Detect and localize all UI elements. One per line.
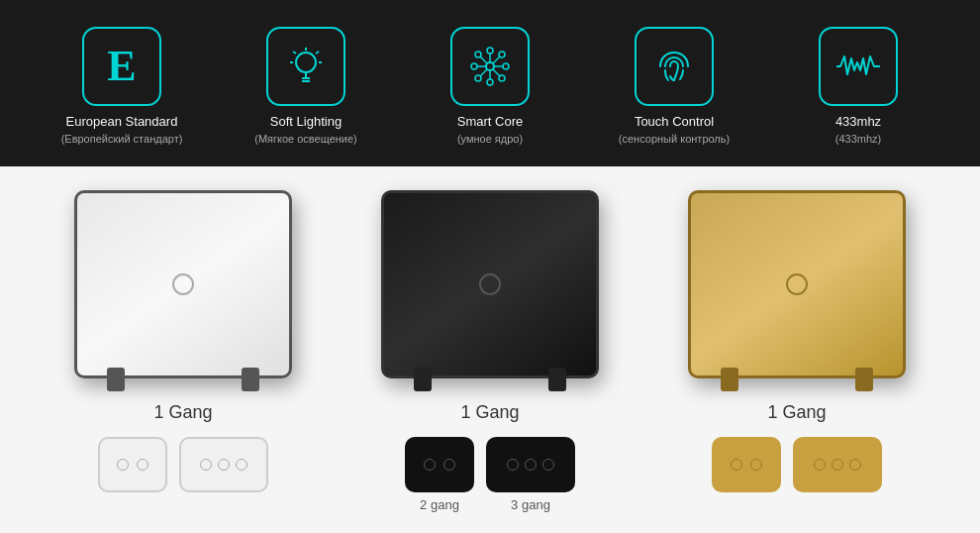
feature-soft-lighting: Soft Lighting (Мягкое освещение) bbox=[217, 27, 395, 145]
gold-3gang-box[interactable] bbox=[793, 437, 882, 492]
feature-433mhz-label: 433mhz bbox=[835, 114, 881, 129]
white-product-label: 1 Gang bbox=[153, 402, 212, 423]
soft-lighting-icon-box bbox=[266, 27, 345, 106]
gold-3gang-dot2 bbox=[832, 459, 843, 471]
product-black: 1 Gang 2 gang 3 gang bbox=[346, 190, 634, 512]
black-switch-image[interactable] bbox=[381, 190, 599, 378]
svg-line-6 bbox=[316, 52, 319, 53]
svg-point-11 bbox=[487, 79, 493, 85]
white-3gang-dot2 bbox=[218, 459, 230, 471]
feature-touch-control-label: Touch Control bbox=[635, 114, 714, 129]
feature-smart-core-label: Smart Core bbox=[457, 114, 523, 129]
svg-line-24 bbox=[480, 69, 487, 76]
product-white: 1 Gang bbox=[40, 190, 327, 492]
black-product-label: 1 Gang bbox=[460, 402, 519, 423]
feature-soft-lighting-label: Soft Lighting bbox=[270, 114, 342, 129]
black-3gang-box[interactable] bbox=[486, 437, 575, 492]
feature-european-standard: E European Standard (Европейский стандар… bbox=[33, 27, 211, 145]
product-gold: 1 Gang bbox=[653, 190, 940, 492]
feature-european-standard-label: European Standard bbox=[66, 114, 178, 129]
black-2gang-dot2 bbox=[443, 459, 455, 471]
black-switch-dot bbox=[479, 273, 501, 295]
white-2gang-dot2 bbox=[137, 459, 148, 471]
feature-soft-lighting-sublabel: (Мягкое освещение) bbox=[254, 133, 357, 145]
gold-3gang-dot1 bbox=[814, 459, 826, 471]
gold-2gang-dot1 bbox=[731, 459, 742, 471]
black-2gang-dot1 bbox=[424, 459, 436, 471]
gold-2gang-box[interactable] bbox=[712, 437, 781, 492]
433mhz-icon-box bbox=[819, 27, 898, 106]
white-2gang-box[interactable] bbox=[98, 437, 167, 492]
white-switch-image[interactable] bbox=[74, 190, 292, 378]
gold-2gang-dot2 bbox=[750, 459, 762, 471]
black-3gang-dot3 bbox=[542, 459, 554, 471]
white-3gang-dot1 bbox=[200, 459, 212, 471]
gold-3gang-dot3 bbox=[849, 459, 861, 471]
feature-433mhz: 433mhz (433mhz) bbox=[769, 27, 947, 145]
black-2gang-box[interactable] bbox=[405, 437, 474, 492]
gold-switch-image[interactable] bbox=[688, 190, 906, 378]
feature-smart-core: Smart Core (умное ядро) bbox=[401, 27, 579, 145]
gold-switch-dot bbox=[786, 273, 808, 295]
white-2gang-dot1 bbox=[117, 459, 129, 471]
white-variant-row bbox=[98, 437, 268, 492]
feature-smart-core-sublabel: (умное ядро) bbox=[457, 133, 523, 145]
svg-point-10 bbox=[487, 48, 493, 53]
svg-line-5 bbox=[293, 52, 296, 53]
white-switch-dot bbox=[172, 273, 194, 295]
feature-433mhz-sublabel: (433mhz) bbox=[835, 133, 881, 145]
gold-product-label: 1 Gang bbox=[767, 402, 826, 423]
wave-icon bbox=[834, 43, 882, 90]
features-bar: E European Standard (Европейский стандар… bbox=[0, 0, 980, 166]
products-section: 1 Gang 1 Gang bbox=[0, 166, 980, 533]
black-2gang-label: 2 gang bbox=[420, 497, 459, 512]
gold-3gang-variant[interactable] bbox=[793, 437, 882, 492]
svg-point-0 bbox=[296, 53, 316, 72]
gold-variant-row bbox=[712, 437, 882, 492]
gold-2gang-variant[interactable] bbox=[712, 437, 781, 492]
svg-line-25 bbox=[493, 69, 500, 76]
white-2gang-variant[interactable] bbox=[98, 437, 167, 492]
black-3gang-dot2 bbox=[525, 459, 537, 471]
white-3gang-variant[interactable] bbox=[179, 437, 268, 492]
white-3gang-box[interactable] bbox=[179, 437, 268, 492]
black-3gang-label: 3 gang bbox=[511, 497, 550, 512]
bulb-icon bbox=[282, 43, 330, 90]
svg-point-13 bbox=[503, 63, 509, 69]
black-2gang-variant[interactable]: 2 gang bbox=[405, 437, 474, 512]
black-3gang-dot1 bbox=[507, 459, 519, 471]
touch-control-icon-box bbox=[635, 27, 714, 106]
european-standard-icon-box: E bbox=[82, 27, 161, 106]
white-3gang-dot3 bbox=[236, 459, 247, 471]
black-variant-row: 2 gang 3 gang bbox=[405, 437, 575, 512]
network-icon bbox=[466, 43, 514, 90]
svg-line-22 bbox=[480, 56, 487, 63]
svg-line-23 bbox=[493, 56, 500, 63]
svg-point-12 bbox=[471, 63, 477, 69]
svg-point-9 bbox=[486, 62, 494, 70]
black-3gang-variant[interactable]: 3 gang bbox=[486, 437, 575, 512]
feature-european-standard-sublabel: (Европейский стандарт) bbox=[61, 133, 183, 145]
feature-touch-control-sublabel: (сенсорный контроль) bbox=[619, 133, 730, 145]
smart-core-icon-box bbox=[450, 27, 530, 106]
e-letter-icon: E bbox=[107, 41, 136, 91]
feature-touch-control: Touch Control (сенсорный контроль) bbox=[585, 27, 763, 145]
fingerprint-icon bbox=[650, 43, 698, 90]
